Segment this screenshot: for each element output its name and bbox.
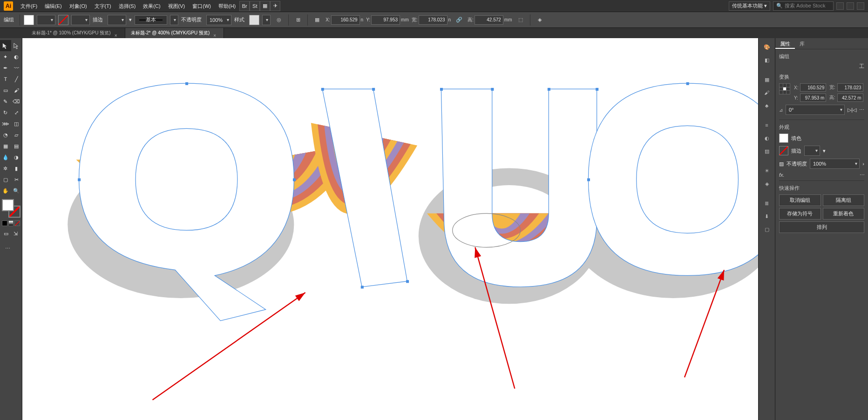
- symbols-panel-icon[interactable]: ♣: [760, 100, 774, 112]
- curvature-tool[interactable]: 〰: [11, 62, 22, 73]
- reference-point[interactable]: [779, 83, 790, 94]
- prop-y-input[interactable]: [800, 93, 826, 102]
- color-mode-gradient[interactable]: [8, 220, 14, 226]
- menu-type[interactable]: 文字(T): [91, 0, 115, 12]
- prop-w-input[interactable]: [837, 83, 863, 92]
- eraser-tool[interactable]: ⌫: [11, 96, 22, 107]
- close-icon[interactable]: ×: [213, 31, 218, 35]
- angle-input[interactable]: 0°: [786, 105, 845, 115]
- artboard-tool[interactable]: ▢: [0, 174, 11, 185]
- window-restore[interactable]: [847, 2, 854, 10]
- symbol-sprayer-tool[interactable]: ✲: [0, 163, 11, 174]
- magic-wand-tool[interactable]: ✦: [0, 51, 11, 62]
- tab-properties[interactable]: 属性: [775, 38, 795, 49]
- layers-panel-icon[interactable]: ≣: [760, 197, 774, 209]
- opacity-panel-input[interactable]: 100%: [810, 159, 860, 169]
- menu-help[interactable]: 帮助(H): [215, 0, 239, 12]
- gradient-tool[interactable]: ▤: [11, 140, 22, 152]
- fill-swatch[interactable]: [24, 15, 34, 25]
- stroke-weight-dropdown[interactable]: [108, 15, 126, 25]
- transparency-panel-icon[interactable]: ▨: [760, 145, 774, 157]
- opacity-dropdown[interactable]: 100%: [206, 15, 231, 25]
- stroke-color-dropdown[interactable]: [71, 15, 90, 25]
- paintbrush-tool[interactable]: 🖌: [11, 85, 22, 96]
- ungroup-button[interactable]: 取消编组: [779, 194, 821, 206]
- rectangle-tool[interactable]: ▭: [0, 85, 11, 96]
- type-tool[interactable]: T: [0, 73, 11, 85]
- gpu-icon[interactable]: ✈: [270, 1, 280, 11]
- menu-window[interactable]: 窗口(W): [189, 0, 215, 12]
- column-graph-tool[interactable]: ▮: [11, 163, 22, 174]
- blend-tool[interactable]: ◑: [11, 152, 22, 163]
- color-mode-none[interactable]: [14, 220, 20, 226]
- perspective-tool[interactable]: ▱: [11, 129, 22, 140]
- selection-tool[interactable]: [0, 40, 11, 51]
- asset-export-icon[interactable]: ⬇: [760, 210, 774, 222]
- recolor-button[interactable]: 重新着色: [823, 208, 865, 220]
- screen-mode-toggle[interactable]: ⇲: [12, 228, 20, 239]
- screen-mode-normal[interactable]: ▭: [2, 228, 11, 239]
- stroke-swatch[interactable]: [58, 15, 68, 25]
- mesh-tool[interactable]: ▦: [0, 140, 11, 152]
- x-input[interactable]: [331, 15, 360, 25]
- window-close[interactable]: [857, 2, 864, 10]
- isolate-button[interactable]: 隔离组: [823, 194, 865, 206]
- lasso-tool[interactable]: ◐: [11, 51, 22, 62]
- stroke-profile[interactable]: 基本: [135, 15, 167, 25]
- canvas-area[interactable]: [22, 38, 758, 420]
- style-dropdown[interactable]: [262, 15, 271, 25]
- workspace-dropdown[interactable]: 传统基本功能 ▾: [729, 1, 770, 11]
- document-tab-1[interactable]: 未标题-1* @ 100% (CMYK/GPU 预览) ×: [26, 28, 125, 38]
- stroke-swatch-panel[interactable]: [779, 146, 788, 155]
- profile-dropdown[interactable]: [170, 15, 178, 25]
- stroke-panel-icon[interactable]: ≡: [760, 119, 774, 131]
- menu-edit[interactable]: 编辑(E): [41, 0, 66, 12]
- edit-toolbar[interactable]: ⋯: [2, 243, 13, 254]
- shaper-tool[interactable]: ✎: [0, 96, 11, 107]
- window-minimize[interactable]: [836, 2, 844, 10]
- color-picker[interactable]: [2, 199, 20, 218]
- fx-label[interactable]: fx.: [779, 172, 785, 178]
- y-input[interactable]: [371, 15, 400, 25]
- eyedropper-tool[interactable]: 💧: [0, 152, 11, 163]
- rotate-tool[interactable]: ↻: [0, 107, 11, 118]
- menu-effect[interactable]: 效果(C): [139, 0, 164, 12]
- graphic-styles-icon[interactable]: ◈: [760, 178, 774, 190]
- color-mode-solid[interactable]: [2, 220, 7, 226]
- fill-swatch-panel[interactable]: [779, 133, 788, 143]
- more-button[interactable]: 工: [779, 63, 864, 70]
- w-input[interactable]: [419, 15, 448, 25]
- stock-icon[interactable]: St: [250, 1, 260, 11]
- close-icon[interactable]: ×: [115, 31, 119, 35]
- tab-libraries[interactable]: 库: [795, 38, 809, 49]
- zoom-tool[interactable]: 🔍: [11, 185, 22, 196]
- bridge-icon[interactable]: Br: [239, 1, 250, 11]
- stroke-weight-panel[interactable]: [804, 146, 820, 156]
- arrange-docs-icon[interactable]: ▦: [260, 1, 270, 11]
- line-tool[interactable]: ╱: [11, 73, 22, 85]
- shape-mode-icon[interactable]: ⬚: [515, 14, 526, 26]
- menu-object[interactable]: 对象(O): [66, 0, 91, 12]
- artboards-panel-icon[interactable]: ▢: [760, 223, 774, 235]
- scale-tool[interactable]: ⤢: [11, 107, 22, 118]
- swatches-panel-icon[interactable]: ▦: [760, 73, 774, 86]
- color-guide-icon[interactable]: ◧: [760, 54, 774, 66]
- gradient-panel-icon[interactable]: ◐: [760, 132, 774, 144]
- shape-builder-tool[interactable]: ◔: [0, 129, 11, 140]
- save-symbol-button[interactable]: 存储为符号: [779, 208, 821, 220]
- fill-dropdown[interactable]: [37, 15, 55, 25]
- appearance-panel-icon[interactable]: ☀: [760, 165, 774, 177]
- recolor-icon[interactable]: ◎: [273, 14, 285, 26]
- free-transform-tool[interactable]: ◫: [11, 118, 22, 129]
- hand-tool[interactable]: ✋: [0, 185, 11, 196]
- fill-color[interactable]: [2, 199, 14, 211]
- transform-ref-icon[interactable]: ▦: [312, 14, 323, 26]
- arrange-button[interactable]: 排列: [779, 221, 864, 233]
- menu-view[interactable]: 视图(V): [164, 0, 189, 12]
- direct-selection-tool[interactable]: [11, 40, 22, 51]
- h-input[interactable]: [475, 15, 503, 25]
- document-tab-2[interactable]: 未标题-2* @ 400% (CMYK/GPU 预览) ×: [125, 28, 224, 38]
- width-tool[interactable]: ⋙: [0, 118, 11, 129]
- pen-tool[interactable]: ✒: [0, 62, 11, 73]
- menu-file[interactable]: 文件(F): [17, 0, 41, 12]
